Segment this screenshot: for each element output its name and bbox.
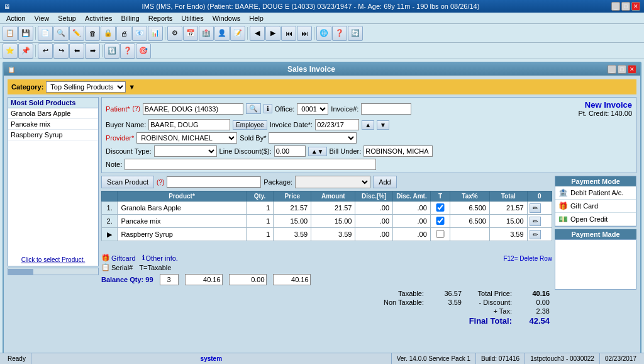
line-discount-input[interactable]	[274, 145, 306, 157]
action-cell-1[interactable]: ✏	[527, 202, 552, 215]
menu-activities[interactable]: Activities	[81, 13, 116, 24]
most-sold-item-2[interactable]: Raspberry Syrup	[8, 130, 98, 140]
amount-input-3[interactable]	[313, 229, 353, 240]
payment-open-credit[interactable]: 💵 Open Credit	[555, 213, 636, 226]
qty-input-1[interactable]	[248, 202, 272, 213]
action-cell-2[interactable]: ✏	[527, 215, 552, 228]
toolbar-btn-11[interactable]: ⚙	[167, 26, 182, 41]
disc-pct-cell-3[interactable]	[355, 228, 393, 241]
toolbar-btn-7[interactable]: 🔒	[101, 26, 116, 41]
qty-summary-input[interactable]	[160, 274, 179, 285]
action-cell-3[interactable]: ✏	[527, 228, 552, 241]
serial-num-link[interactable]: 📋 Serial#	[101, 263, 133, 271]
invoice-date-input[interactable]	[315, 119, 359, 130]
price-input-3[interactable]	[275, 229, 309, 240]
disc-pct-input-1[interactable]	[357, 202, 391, 213]
price-cell-1[interactable]	[274, 202, 311, 215]
product-input-1[interactable]	[119, 202, 243, 213]
amount-cell-2[interactable]	[311, 215, 355, 228]
row-edit-btn-1[interactable]: ✏	[530, 203, 541, 213]
amount-cell-3[interactable]	[311, 228, 355, 241]
disc-amt-cell-3[interactable]	[393, 228, 431, 241]
price-input-1[interactable]	[275, 202, 309, 213]
patient-info-btn[interactable]: ℹ	[264, 104, 272, 113]
minimize-button[interactable]: _	[611, 2, 620, 11]
toolbar-btn-21[interactable]: ❓	[332, 26, 347, 41]
row-edit-btn-2[interactable]: ✏	[530, 217, 541, 226]
toolbar-btn-8[interactable]: 🖨	[116, 26, 131, 41]
toolbar-btn-15[interactable]: 📝	[230, 26, 245, 41]
menu-utilities[interactable]: Utilities	[177, 13, 207, 24]
scroll-area[interactable]	[8, 268, 99, 275]
toolbar-btn-r2-3[interactable]: ↩	[38, 43, 53, 59]
price-cell-2[interactable]	[274, 215, 311, 228]
disc-amt-cell-1[interactable]	[393, 202, 431, 215]
menu-view[interactable]: View	[31, 13, 53, 24]
toolbar-btn-2[interactable]: 💾	[18, 26, 33, 41]
toolbar-btn-r2-9[interactable]: 🎯	[136, 43, 151, 59]
row-edit-btn-3[interactable]: ✏	[530, 230, 541, 239]
menu-help[interactable]: Help	[245, 13, 267, 24]
total-input-1[interactable]	[492, 202, 525, 213]
amount-summary-2[interactable]	[273, 274, 311, 285]
toolbar-btn-r2-7[interactable]: 🔃	[104, 43, 119, 59]
sold-by-select[interactable]	[269, 132, 357, 144]
t-checkbox-1[interactable]	[433, 203, 448, 212]
office-select[interactable]: 0001	[297, 103, 328, 115]
window-maximize-btn[interactable]: □	[618, 65, 626, 74]
tax-pct-input-2[interactable]	[452, 215, 487, 227]
menu-action[interactable]: Action	[3, 13, 30, 24]
toolbar-btn-4[interactable]: 🔍	[53, 26, 69, 41]
line-discount-spin[interactable]: ▲▼	[308, 147, 327, 156]
most-sold-footer[interactable]: Click to select Product.	[8, 254, 98, 266]
product-cell-3[interactable]	[118, 228, 246, 241]
tax-pct-input-3[interactable]	[452, 229, 487, 240]
close-button[interactable]: ✕	[631, 2, 640, 11]
window-close-btn[interactable]: ✕	[628, 65, 636, 74]
toolbar-btn-20[interactable]: 🌐	[316, 26, 331, 41]
total-cell-1[interactable]	[489, 202, 527, 215]
toolbar-btn-1[interactable]: 📋	[3, 26, 18, 41]
qty-cell-2[interactable]	[246, 215, 274, 228]
discount-summary[interactable]	[229, 274, 267, 285]
toolbar-btn-r2-5[interactable]: ⬅	[69, 43, 84, 59]
tax-pct-cell-3[interactable]	[450, 228, 490, 241]
most-sold-item-0[interactable]: Granola Bars Apple	[8, 108, 98, 119]
note-input[interactable]	[125, 159, 376, 170]
qty-cell-3[interactable]	[246, 228, 274, 241]
category-select[interactable]: Top Selling Products	[46, 81, 126, 93]
scan-input[interactable]	[167, 176, 261, 188]
patient-search-btn[interactable]: 🔍	[246, 103, 261, 114]
invoice-date-spin-down[interactable]: ▼	[377, 120, 389, 130]
amount-cell-1[interactable]	[311, 202, 355, 215]
toolbar-btn-r2-1[interactable]: ⭐	[3, 43, 18, 59]
t-checkbox-3[interactable]	[433, 230, 448, 238]
product-input-3[interactable]	[119, 229, 243, 240]
toolbar-btn-12[interactable]: 📅	[183, 26, 198, 41]
patient-input[interactable]	[143, 103, 243, 115]
toolbar-btn-9[interactable]: 📧	[132, 26, 147, 41]
toolbar-btn-13[interactable]: 🏥	[199, 26, 214, 41]
total-input-3[interactable]	[492, 229, 525, 240]
disc-pct-input-3[interactable]	[357, 229, 391, 240]
disc-amt-input-2[interactable]	[395, 215, 428, 227]
payment-debit[interactable]: 🏦 Debit Patient A/c.	[555, 186, 636, 200]
bill-under-input[interactable]	[364, 145, 433, 157]
other-info-link[interactable]: ℹ Other info.	[142, 254, 178, 262]
invoice-date-spin-up[interactable]: ▲	[362, 120, 374, 130]
toolbar-btn-22[interactable]: 🔄	[348, 26, 363, 41]
t-checkbox-2[interactable]	[433, 217, 448, 225]
tax-pct-cell-2[interactable]	[450, 215, 490, 228]
toolbar-btn-17[interactable]: ▶	[265, 26, 280, 41]
toolbar-btn-19[interactable]: ⏭	[297, 26, 312, 41]
disc-amt-cell-2[interactable]	[393, 215, 431, 228]
product-input-2[interactable]	[119, 215, 243, 227]
toolbar-btn-5[interactable]: ✏️	[69, 26, 84, 41]
t-cell-2[interactable]	[430, 215, 450, 228]
disc-pct-input-2[interactable]	[357, 215, 391, 227]
provider-select[interactable]: ROBINSON, MICHAEL	[136, 132, 237, 144]
invoice-num-input[interactable]	[361, 103, 411, 115]
window-minimize-btn[interactable]: _	[608, 65, 616, 74]
toolbar-btn-16[interactable]: ◀	[250, 26, 265, 41]
toolbar-btn-r2-2[interactable]: 📌	[18, 43, 33, 59]
